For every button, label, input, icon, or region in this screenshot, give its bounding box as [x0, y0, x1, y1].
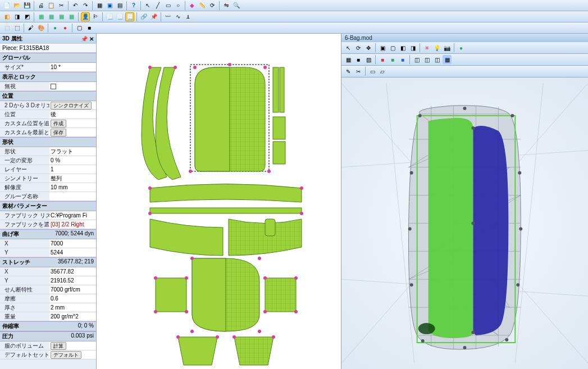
table1-icon[interactable]: ▦: [37, 12, 45, 21]
tool-b-icon[interactable]: ⬚: [12, 24, 21, 33]
symmetry-field[interactable]: 整列: [49, 174, 96, 183]
view2-icon[interactable]: ◨: [12, 12, 21, 21]
3d-rotate-icon[interactable]: ⟳: [354, 43, 363, 52]
3d-front-icon[interactable]: ▣: [378, 43, 387, 52]
fabric-list-field[interactable]: C:¥Program Fi: [49, 211, 96, 220]
section-material[interactable]: 素材パラメーター: [0, 201, 96, 211]
3d-cube2-icon[interactable]: ◫: [422, 55, 431, 64]
print-icon[interactable]: 🖨: [37, 1, 45, 10]
3d-left-icon[interactable]: ◧: [398, 43, 407, 52]
size-field[interactable]: 10 *: [49, 63, 96, 71]
node-icon[interactable]: ◆: [188, 1, 197, 10]
view1-icon[interactable]: ◧: [2, 12, 11, 21]
tool-a-icon[interactable]: ⬚: [2, 24, 11, 33]
weight-field[interactable]: 200 gr/m^2: [49, 312, 96, 321]
grid-icon[interactable]: ▦: [95, 1, 104, 10]
table4-icon[interactable]: ▦: [67, 12, 76, 21]
mirror-icon[interactable]: ⇋: [222, 1, 231, 10]
doc2-icon[interactable]: 📃: [115, 12, 124, 21]
3d-light-icon[interactable]: 💡: [432, 43, 441, 52]
3d-back-icon[interactable]: ▢: [388, 43, 397, 52]
3d-axes-icon[interactable]: ✳: [422, 43, 431, 52]
rotate-icon[interactable]: ⟳: [208, 1, 217, 10]
help-icon[interactable]: ?: [129, 1, 138, 10]
3d-grid2-icon[interactable]: ▦: [443, 55, 452, 64]
table2-icon[interactable]: ▦: [47, 12, 56, 21]
shear-field[interactable]: 7000 grf/cm: [49, 285, 96, 294]
save-icon[interactable]: 💾: [22, 1, 31, 10]
layers-icon[interactable]: ▤: [115, 1, 124, 10]
3d-mesh-icon[interactable]: ▦: [344, 55, 353, 64]
calculate-button[interactable]: 計算: [51, 342, 66, 350]
thickness-field[interactable]: 2 mm: [49, 303, 96, 312]
save-button[interactable]: 保存: [51, 129, 66, 136]
const-deform-field[interactable]: 0 %: [49, 156, 96, 165]
default-button[interactable]: デフォルト: [51, 351, 81, 359]
bend-y-field[interactable]: 5244: [49, 248, 96, 257]
zoom-icon[interactable]: 🔍: [232, 1, 241, 10]
section-shape[interactable]: 形状: [0, 137, 96, 147]
curve1-icon[interactable]: 〰: [163, 12, 172, 21]
3d-wire-icon[interactable]: ▧: [364, 55, 373, 64]
section-display-lock[interactable]: 表示とロック: [0, 72, 96, 82]
cut-icon[interactable]: ✂: [57, 1, 66, 10]
3d-red-icon[interactable]: ■: [378, 55, 387, 64]
doc3-icon[interactable]: 📃: [125, 12, 134, 21]
invisible-checkbox[interactable]: [51, 84, 56, 89]
position-field[interactable]: 後: [49, 110, 96, 119]
link-icon[interactable]: 🔗: [139, 12, 148, 21]
create-button[interactable]: 作成: [51, 120, 66, 127]
shape-field[interactable]: フラット: [49, 147, 96, 156]
stretch-x-field[interactable]: 35677.82: [49, 267, 96, 276]
3d-pan-icon[interactable]: ✥: [364, 43, 373, 52]
pin-icon[interactable]: 📌: [149, 12, 158, 21]
3d-viewport[interactable]: [341, 78, 588, 369]
undo-icon[interactable]: ↶: [71, 1, 80, 10]
3d-blue-icon[interactable]: ■: [398, 55, 407, 64]
section-stretch[interactable]: ストレッチ 35677.82; 219: [0, 257, 96, 267]
3d-solid-icon[interactable]: ■: [354, 55, 363, 64]
resolution-field[interactable]: 10 mm: [49, 183, 96, 192]
seam-icon[interactable]: ⫫: [184, 12, 193, 21]
outline-icon[interactable]: ▢: [75, 24, 84, 33]
view3-icon[interactable]: ◩: [22, 12, 31, 21]
flag-icon[interactable]: 🏳: [91, 12, 100, 21]
3d-green-icon[interactable]: ■: [388, 55, 397, 64]
3d-sheet-icon[interactable]: ▱: [378, 67, 387, 76]
3d-pencil-icon[interactable]: ✎: [344, 67, 353, 76]
line-icon[interactable]: ╱: [153, 1, 162, 10]
3d-select-icon[interactable]: ↖: [344, 43, 353, 52]
select-icon[interactable]: ▣: [105, 1, 114, 10]
section-bend[interactable]: 曲げ率 7000; 5244 dyn: [0, 229, 96, 239]
doc1-icon[interactable]: 📃: [105, 12, 114, 21]
copy-icon[interactable]: 📋: [47, 1, 56, 10]
section-pressure[interactable]: 圧力 0.003 psi: [0, 331, 96, 341]
open-icon[interactable]: 📂: [12, 1, 21, 10]
3d-cube1-icon[interactable]: ◫: [412, 55, 421, 64]
arrow-icon[interactable]: ↖: [143, 1, 152, 10]
redo-icon[interactable]: ↷: [81, 1, 90, 10]
3d-camera-icon[interactable]: 📷: [443, 43, 452, 52]
pin-icon[interactable]: 📌 ✕: [81, 36, 94, 42]
paint-icon[interactable]: 🎨: [37, 24, 45, 33]
3d-right-icon[interactable]: ◨: [408, 43, 417, 52]
bend-x-field[interactable]: 7000: [49, 239, 96, 248]
3d-scissors-icon[interactable]: ✂: [354, 67, 363, 76]
group-field[interactable]: [49, 192, 96, 201]
measure-icon[interactable]: 📏: [198, 1, 207, 10]
red-node-icon[interactable]: ●: [61, 24, 70, 33]
brush-icon[interactable]: 🖌: [26, 24, 35, 33]
layer-field[interactable]: 1: [49, 165, 96, 174]
new-icon[interactable]: 📄: [2, 1, 11, 10]
table3-icon[interactable]: ▦: [57, 12, 66, 21]
stretch-y-field[interactable]: 21916.52: [49, 276, 96, 285]
friction-field[interactable]: 0.6: [49, 294, 96, 303]
section-shrink[interactable]: 伸縮率 0; 0 %: [0, 321, 96, 331]
circle-icon[interactable]: ○: [174, 1, 183, 10]
fabric-select-field[interactable]: [03] 2/2 Right: [49, 220, 96, 229]
pattern-2d-view[interactable]: [97, 34, 341, 369]
fill-icon[interactable]: ■: [85, 24, 94, 33]
section-global[interactable]: グローバル: [0, 53, 96, 63]
3d-cube3-icon[interactable]: ◫: [432, 55, 441, 64]
green-node-icon[interactable]: ●: [51, 24, 60, 33]
